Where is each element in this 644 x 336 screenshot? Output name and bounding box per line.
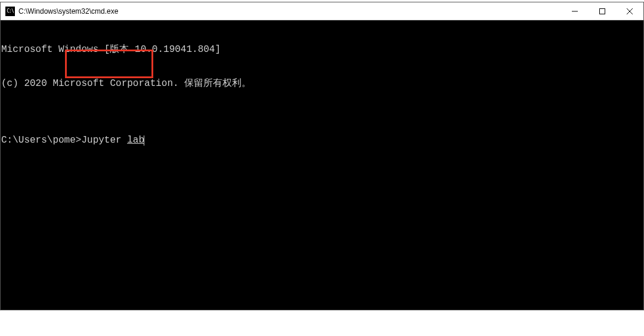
terminal-line-version: Microsoft Windows [版本 10.0.19041.804] bbox=[1, 44, 643, 56]
terminal-cursor bbox=[144, 135, 144, 146]
close-icon bbox=[627, 8, 633, 14]
terminal-command-part1: Jupyter bbox=[81, 135, 127, 146]
terminal-command-part2: lab bbox=[127, 135, 144, 146]
minimize-icon bbox=[572, 8, 578, 14]
close-button[interactable] bbox=[616, 2, 643, 20]
maximize-button[interactable] bbox=[589, 2, 616, 20]
window-controls bbox=[561, 2, 643, 20]
titlebar[interactable]: C:\ C:\Windows\system32\cmd.exe bbox=[1, 2, 643, 20]
terminal-prompt: C:\Users\pome> bbox=[1, 135, 81, 146]
window-title: C:\Windows\system32\cmd.exe bbox=[18, 7, 118, 16]
cmd-icon: C:\ bbox=[5, 7, 15, 16]
terminal-body[interactable]: Microsoft Windows [版本 10.0.19041.804] (c… bbox=[1, 20, 643, 310]
maximize-icon bbox=[599, 8, 605, 14]
cmd-window: C:\ C:\Windows\system32\cmd.exe Microsof… bbox=[0, 2, 644, 310]
terminal-prompt-line: C:\Users\pome>Jupyter lab bbox=[1, 135, 643, 146]
terminal-line-copyright: (c) 2020 Microsoft Corporation. 保留所有权利。 bbox=[1, 78, 643, 90]
minimize-button[interactable] bbox=[561, 2, 589, 20]
svg-rect-1 bbox=[600, 8, 605, 14]
